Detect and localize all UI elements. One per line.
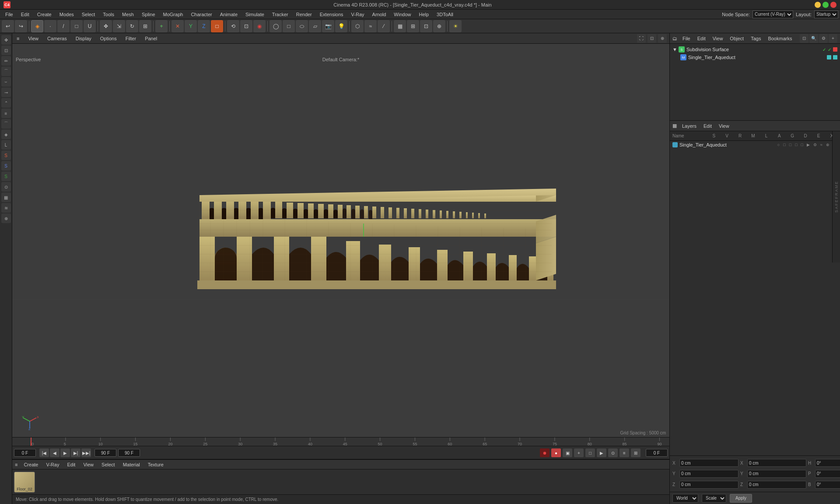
obj-menu-edit[interactable]: Edit [696, 35, 707, 42]
timeline-autokey-button[interactable]: ● [551, 448, 561, 457]
obj-menu-icon[interactable]: 🗂 [672, 36, 677, 41]
sidebar-sculpt5[interactable]: ≡ [1, 108, 11, 118]
node-space-select[interactable]: Current (V-Ray) [752, 10, 793, 18]
menu-simulate[interactable]: Simulate [242, 11, 268, 18]
layer-anim-icon[interactable]: ▶ [807, 143, 810, 147]
layers-menu-view[interactable]: View [717, 122, 731, 130]
coords-scale-select[interactable]: Scale Size [702, 494, 726, 503]
coords-apply-button[interactable]: Apply [730, 494, 752, 503]
cube-button[interactable]: □ [283, 20, 295, 32]
material-menu-material[interactable]: Material [121, 461, 142, 468]
coords-world-select[interactable]: World Local Object [672, 494, 698, 503]
layers-menu-layers[interactable]: Layers [680, 122, 698, 130]
menu-help[interactable]: Help [415, 11, 432, 18]
menu-extensions[interactable]: Extensions [316, 11, 347, 18]
layer-render-icon[interactable]: □ [789, 143, 791, 147]
menu-edit[interactable]: Edit [18, 11, 33, 18]
menu-mograph[interactable]: MoGraph [160, 11, 187, 18]
sidebar-sculpt1[interactable]: ⌒ [1, 66, 11, 76]
coord-x-scale-input[interactable] [747, 459, 806, 467]
maximize-button[interactable] [822, 2, 829, 8]
menu-tools[interactable]: Tools [99, 11, 118, 18]
layer-gen-icon[interactable]: ⚙ [813, 143, 817, 147]
obj-menu-view[interactable]: View [711, 35, 725, 42]
sidebar-move[interactable]: ✥ [1, 35, 11, 45]
viewport[interactable]: ≡ View Cameras Display Options Filter Pa… [12, 33, 669, 438]
snap-button[interactable]: ⊕ [433, 20, 445, 32]
menu-mesh[interactable]: Mesh [119, 11, 137, 18]
material-menu-edit[interactable]: Edit [65, 461, 77, 468]
timeline-mode4-button[interactable]: ▶ [597, 448, 606, 457]
timeline-goto-start-button[interactable]: |◀ [39, 448, 49, 457]
vp-render-icon[interactable]: ⊡ [648, 34, 656, 43]
vp-menu-panel[interactable]: Panel [143, 35, 159, 42]
obj-item-aqueduct[interactable]: M Single_Tier_Aqueduct [670, 53, 840, 61]
obj-filter-icon[interactable]: ⊡ [800, 34, 808, 43]
edges-mode-button[interactable]: / [57, 20, 70, 32]
add-object-button[interactable]: + [155, 20, 168, 32]
undo-button[interactable]: ↩ [2, 20, 14, 32]
sidebar-spline[interactable]: ⌒ [1, 119, 11, 129]
obj-render-icon[interactable]: ✓ [828, 47, 831, 52]
material-menu-vray[interactable]: V-Ray [44, 461, 61, 468]
vp-menu-icon[interactable]: ≡ [15, 35, 21, 42]
timeline-preview-end[interactable] [118, 449, 140, 457]
menu-select[interactable]: Select [78, 11, 99, 18]
sidebar-generator[interactable]: L [1, 140, 11, 150]
obj-item-subdivision[interactable]: ▼ S Subdivision Surface ✓ ✓ [670, 46, 840, 53]
polygon-mode-button[interactable]: □ [70, 20, 83, 32]
coord-y-pos-input[interactable] [679, 470, 738, 478]
transform-tool-button[interactable]: ⊞ [139, 20, 151, 32]
menu-window[interactable]: Window [390, 11, 414, 18]
sidebar-grab[interactable]: ⊙ [1, 182, 11, 192]
layer-solo-icon[interactable]: ○ [777, 143, 780, 147]
sidebar-layers[interactable]: ▦ [1, 192, 11, 202]
uv-mode-button[interactable]: U [84, 20, 96, 32]
vp-menu-cameras[interactable]: Cameras [46, 35, 69, 42]
material-menu-icon[interactable]: ≡ [15, 462, 18, 467]
sidebar-s3[interactable]: S [1, 172, 11, 181]
obj-settings-icon[interactable]: ⚙ [819, 34, 828, 43]
material-menu-select[interactable]: Select [100, 461, 117, 468]
render-region-button[interactable]: ⊡ [240, 20, 252, 32]
sidebar-s2[interactable]: S [1, 161, 11, 171]
redo-button[interactable]: ↪ [15, 20, 27, 32]
wire-button[interactable]: ⊡ [420, 20, 432, 32]
obj-search-icon[interactable]: 🔍 [809, 34, 818, 43]
layer-exp-icon[interactable]: ⊕ [826, 143, 830, 147]
sidebar-field[interactable]: ◈ [1, 130, 11, 139]
knife-button[interactable]: ∕ [378, 20, 390, 32]
smooth-button[interactable]: ≈ [364, 20, 377, 32]
timeline-end-frame[interactable] [646, 449, 668, 457]
material-menu-create[interactable]: Create [22, 461, 40, 468]
material-menu-texture[interactable]: Texture [146, 461, 165, 468]
select-all-button[interactable]: ✕ [172, 20, 184, 32]
menu-render[interactable]: Render [293, 11, 315, 18]
close-button[interactable] [830, 2, 836, 8]
menu-character[interactable]: Character [187, 11, 215, 18]
menu-tracker[interactable]: Tracker [269, 11, 292, 18]
timeline-mode2-button[interactable]: + [574, 448, 584, 457]
layer-item-aqueduct[interactable]: Single_Tier_Aqueduct ○ □ □ □ □ ▶ ⚙ ≈ ⊕ ✕ [670, 141, 840, 149]
menu-arnold[interactable]: Arnold [369, 11, 390, 18]
menu-modes[interactable]: Modes [56, 11, 77, 18]
timeline-current-frame[interactable] [14, 449, 36, 457]
timeline-play-button[interactable]: ▶ [60, 448, 70, 457]
timeline-mode7-button[interactable]: ⊞ [631, 448, 640, 457]
move-tool-button[interactable]: ✥ [100, 20, 112, 32]
select-z-button[interactable]: Z [198, 20, 210, 32]
layer-m-icon[interactable]: □ [801, 143, 803, 147]
coord-z-pos-input[interactable] [679, 481, 738, 489]
obj-menu-object[interactable]: Object [728, 35, 746, 42]
timeline-mode5-button[interactable]: ⊙ [608, 448, 618, 457]
minimize-button[interactable] [815, 2, 821, 8]
material-floor02[interactable]: Floor_02 [14, 472, 35, 493]
timeline-record-button[interactable]: ⏺ [540, 448, 550, 457]
vp-maximize-icon[interactable]: ⛶ [637, 34, 646, 43]
rotate-tool-button[interactable]: ↻ [126, 20, 138, 32]
layout-select[interactable]: Startup [814, 10, 838, 18]
coord-y-scale-input[interactable] [747, 470, 806, 478]
layer-vis-icon[interactable]: □ [783, 143, 785, 147]
obj-menu-tags[interactable]: Tags [749, 35, 763, 42]
sidebar-sculpt2[interactable]: ⌣ [1, 77, 11, 87]
